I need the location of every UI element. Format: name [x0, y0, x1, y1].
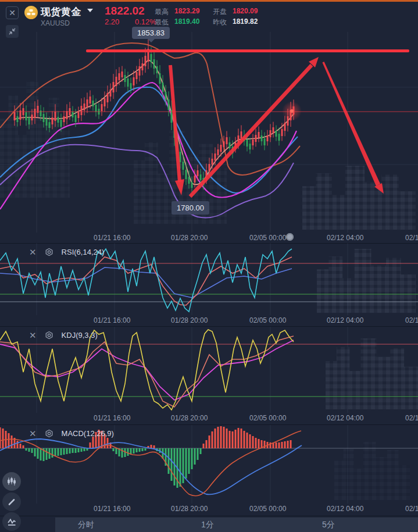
pencil-icon — [6, 497, 17, 507]
candle-style-button[interactable] — [2, 472, 21, 491]
time-axis-label: 02/05 00:00 — [249, 234, 286, 242]
time-axis-label: 02/1 — [405, 234, 418, 242]
panel-divider — [0, 516, 418, 516]
macd-panel-header: ✕ MACD(12,26,9) — [29, 427, 114, 439]
draw-tool-button[interactable] — [2, 492, 21, 511]
time-axis-label: 02/12 04:00 — [327, 505, 363, 513]
projected-down-arrow-annotation — [323, 62, 384, 194]
price-change-percent: 0.12% — [135, 17, 156, 26]
tab-timeframe-5min[interactable]: 5分 — [322, 520, 335, 530]
kdj-close-icon[interactable]: ✕ — [29, 331, 37, 340]
time-axis-kdj: 01/21 16:0001/28 20:0002/05 00:0002/12 0… — [0, 413, 418, 423]
high-price-tooltip: 1853.83 — [132, 27, 170, 39]
close-button[interactable]: ✕ — [6, 6, 19, 19]
instrument-title[interactable]: 现货黄金 — [41, 5, 81, 19]
time-axis-label: 02/1 — [405, 316, 418, 324]
rsi-panel-header: ✕ RSI(6,14,24) — [29, 246, 104, 258]
stat-prev-label: 昨收 — [213, 17, 227, 27]
rsi14-line — [0, 257, 292, 305]
rsi-settings-icon[interactable] — [45, 248, 53, 256]
kdj-label: KDJ(9,3,3) — [62, 331, 98, 340]
candlesticks — [14, 40, 295, 192]
bollinger-lower-line — [0, 145, 294, 218]
time-axis-label: 01/28 20:00 — [171, 505, 208, 513]
price-change: 2.20 — [105, 17, 119, 26]
stat-low-value: 1819.40 — [174, 17, 199, 26]
time-axis-macd: 01/21 16:0001/28 20:0002/05 00:0002/12 0… — [0, 504, 418, 514]
resistance-line — [86, 49, 409, 52]
time-axis-label: 01/28 20:00 — [171, 234, 208, 242]
scroll-handle-dot[interactable] — [286, 233, 294, 241]
time-axis-main: 01/21 16:0001/28 20:0002/05 00:0002/12 0… — [0, 233, 418, 243]
kdj-panel-header: ✕ KDJ(9,3,3) — [29, 329, 98, 341]
time-axis-label: 01/21 16:00 — [94, 234, 130, 242]
time-axis-label: 02/1 — [405, 414, 418, 422]
indicator-tool-button[interactable] — [2, 512, 21, 531]
kdj-settings-icon[interactable] — [45, 331, 53, 340]
tab-timeframe-minute-chart[interactable]: 分时 — [78, 520, 94, 530]
instrument-symbol: XAUUSD — [41, 19, 70, 27]
time-axis-label: 02/12 04:00 — [327, 414, 363, 422]
time-axis-label: 02/05 00:00 — [249, 414, 286, 422]
stat-open-label: 开盘 — [213, 7, 227, 17]
tab-timeframe-1min[interactable]: 1分 — [201, 520, 214, 530]
bollinger-upper-line — [0, 43, 300, 175]
time-axis-label: 01/28 20:00 — [171, 316, 208, 324]
time-axis-label: 01/21 16:00 — [94, 414, 130, 422]
time-axis-label: 02/12 04:00 — [327, 234, 363, 242]
top-accent-border — [0, 0, 418, 2]
stat-high-label: 最高 — [155, 7, 169, 17]
last-price-dot — [290, 109, 294, 113]
time-axis-label: 02/1 — [405, 505, 418, 513]
gold-coin-icon — [24, 6, 38, 19]
time-axis-label: 02/05 00:00 — [249, 316, 286, 324]
stat-high-value: 1823.29 — [174, 7, 199, 15]
chevron-down-icon[interactable] — [87, 9, 93, 12]
rsi-label: RSI(6,14,24) — [62, 248, 105, 256]
time-axis-label: 01/28 20:00 — [171, 414, 208, 422]
macd-close-icon[interactable]: ✕ — [29, 429, 37, 438]
candlestick-icon — [6, 476, 17, 487]
rsi-close-icon[interactable]: ✕ — [29, 248, 37, 256]
low-price-label: 1780.00 — [172, 201, 209, 215]
stat-open-value: 1820.09 — [233, 7, 258, 15]
timeframe-bar: 分时 1分 5分 — [55, 517, 418, 532]
trading-app-window: ✕ 现货黄金 XAUUSD 1822.02 2.20 0.12% 最高 1823… — [0, 0, 418, 532]
ma-peach-line — [15, 60, 294, 184]
time-axis-rsi: 01/21 16:0001/28 20:0002/05 00:0002/12 0… — [0, 315, 418, 326]
last-price: 1822.02 — [105, 5, 145, 17]
macd-settings-icon[interactable] — [45, 429, 53, 438]
time-axis-label: 02/05 00:00 — [249, 505, 286, 513]
time-axis-label: 02/12 04:00 — [327, 316, 363, 324]
stat-low-label: 最低 — [155, 17, 169, 27]
macd-label: MACD(12,26,9) — [62, 429, 114, 438]
stat-prev-value: 1819.82 — [233, 17, 258, 26]
ma-magenta-line — [0, 83, 296, 209]
time-axis-label: 01/21 16:00 — [94, 505, 130, 513]
line-chart-icon — [6, 516, 17, 527]
time-axis-label: 01/21 16:00 — [94, 316, 130, 324]
